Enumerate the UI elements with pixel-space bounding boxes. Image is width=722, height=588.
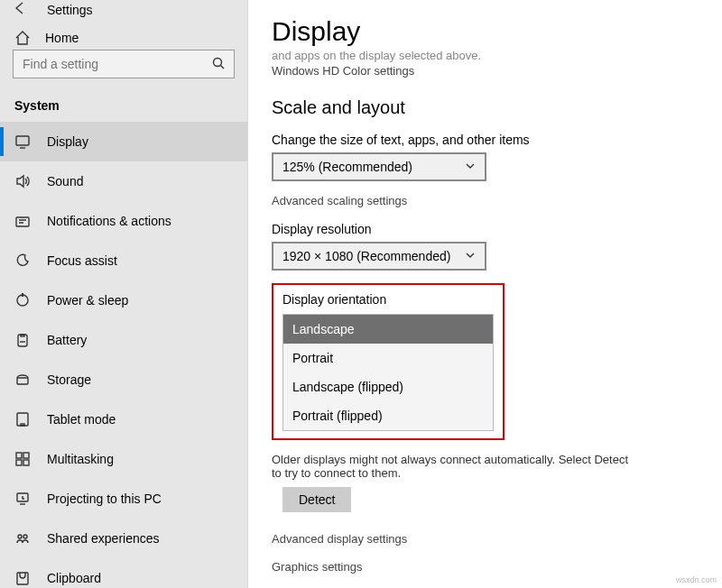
sidebar-item-label: Storage bbox=[47, 372, 91, 387]
resolution-field-label: Display resolution bbox=[272, 222, 699, 236]
graphics-settings-link[interactable]: Graphics settings bbox=[272, 560, 699, 574]
chevron-down-icon bbox=[465, 250, 476, 263]
home-nav[interactable]: Home bbox=[0, 30, 247, 46]
page-title: Display bbox=[272, 16, 699, 47]
home-label: Home bbox=[45, 31, 79, 45]
sidebar-item-label: Sound bbox=[47, 174, 83, 188]
storage-icon bbox=[14, 372, 31, 388]
orientation-option-portrait[interactable]: Portrait bbox=[283, 344, 493, 372]
svg-rect-8 bbox=[21, 424, 24, 426]
scale-section-title: Scale and layout bbox=[272, 97, 699, 118]
sidebar-item-tablet-mode[interactable]: Tablet mode bbox=[0, 400, 247, 439]
sidebar-item-label: Notifications & actions bbox=[47, 214, 171, 228]
titlebar-title: Settings bbox=[47, 3, 93, 17]
power-sleep-icon bbox=[14, 292, 31, 308]
sidebar-item-display[interactable]: Display bbox=[0, 122, 247, 161]
search-box[interactable] bbox=[13, 50, 235, 78]
sidebar: Settings Home System DisplaySoundNotific… bbox=[0, 0, 248, 588]
sidebar-section-header: System bbox=[0, 87, 247, 122]
sidebar-item-label: Multitasking bbox=[47, 452, 114, 466]
sidebar-item-storage[interactable]: Storage bbox=[0, 360, 247, 400]
multitasking-icon bbox=[14, 451, 31, 467]
back-button[interactable] bbox=[13, 0, 29, 19]
svg-rect-2 bbox=[16, 217, 29, 226]
battery-icon bbox=[14, 332, 31, 348]
focus-assist-icon bbox=[14, 253, 31, 269]
scale-dropdown[interactable]: 125% (Recommended) bbox=[272, 152, 486, 181]
sidebar-item-power-sleep[interactable]: Power & sleep bbox=[0, 280, 247, 320]
sidebar-item-label: Battery bbox=[47, 333, 87, 347]
svg-rect-11 bbox=[16, 460, 22, 465]
search-row bbox=[0, 46, 247, 87]
sidebar-item-label: Power & sleep bbox=[47, 293, 128, 308]
sidebar-item-label: Display bbox=[47, 134, 88, 149]
orientation-highlight-box: Display orientation LandscapePortraitLan… bbox=[272, 283, 504, 440]
resolution-dropdown[interactable]: 1920 × 1080 (Recommended) bbox=[272, 242, 486, 271]
scale-field-label: Change the size of text, apps, and other… bbox=[272, 133, 699, 147]
sidebar-item-sound[interactable]: Sound bbox=[0, 161, 247, 201]
watermark: wsxdn.com bbox=[676, 575, 717, 584]
svg-rect-10 bbox=[23, 453, 29, 458]
svg-rect-9 bbox=[16, 453, 22, 458]
svg-rect-6 bbox=[17, 378, 28, 384]
sidebar-item-label: Focus assist bbox=[47, 253, 117, 268]
sidebar-item-notifications-actions[interactable]: Notifications & actions bbox=[0, 201, 247, 241]
titlebar: Settings bbox=[0, 0, 247, 19]
display-icon bbox=[14, 133, 31, 150]
tablet-mode-icon bbox=[14, 411, 31, 427]
sidebar-item-multitasking[interactable]: Multitasking bbox=[0, 439, 247, 479]
svg-rect-1 bbox=[16, 136, 29, 145]
clipboard-icon bbox=[14, 570, 31, 586]
detect-description: Older displays might not always connect … bbox=[272, 453, 633, 480]
home-icon bbox=[14, 30, 31, 46]
advanced-scaling-link[interactable]: Advanced scaling settings bbox=[272, 194, 699, 207]
notifications-actions-icon bbox=[14, 213, 31, 229]
search-input[interactable] bbox=[23, 57, 205, 71]
sidebar-item-clipboard[interactable]: Clipboard bbox=[0, 558, 247, 588]
svg-point-14 bbox=[18, 535, 22, 538]
resolution-dropdown-value: 1920 × 1080 (Recommended) bbox=[282, 249, 450, 263]
sidebar-item-label: Clipboard bbox=[47, 571, 101, 585]
search-icon bbox=[212, 57, 225, 72]
sidebar-item-projecting-to-this-pc[interactable]: Projecting to this PC bbox=[0, 479, 247, 519]
sidebar-item-label: Shared experiences bbox=[47, 531, 160, 546]
hd-color-link[interactable]: Windows HD Color settings bbox=[272, 64, 699, 78]
orientation-option-portrait-flipped-[interactable]: Portrait (flipped) bbox=[283, 401, 493, 430]
sidebar-item-focus-assist[interactable]: Focus assist bbox=[0, 241, 247, 280]
shared-experiences-icon bbox=[14, 530, 31, 547]
sidebar-item-battery[interactable]: Battery bbox=[0, 320, 247, 360]
scale-dropdown-value: 125% (Recommended) bbox=[282, 160, 412, 174]
sound-icon bbox=[14, 173, 31, 189]
sidebar-nav-list: DisplaySoundNotifications & actionsFocus… bbox=[0, 122, 247, 588]
orientation-field-label: Display orientation bbox=[282, 292, 494, 307]
sidebar-item-shared-experiences[interactable]: Shared experiences bbox=[0, 519, 247, 558]
chevron-down-icon bbox=[465, 161, 476, 174]
main-content: Display and apps on the display selected… bbox=[248, 0, 722, 588]
orientation-option-landscape-flipped-[interactable]: Landscape (flipped) bbox=[283, 372, 493, 401]
svg-point-0 bbox=[214, 58, 222, 66]
svg-point-15 bbox=[23, 535, 27, 538]
sidebar-item-label: Projecting to this PC bbox=[47, 492, 162, 506]
advanced-display-link[interactable]: Advanced display settings bbox=[272, 532, 699, 546]
detect-button[interactable]: Detect bbox=[282, 487, 351, 512]
page-subtext: and apps on the display selected above. bbox=[272, 49, 699, 62]
projecting-to-this-pc-icon bbox=[14, 491, 31, 507]
orientation-option-landscape[interactable]: Landscape bbox=[283, 315, 493, 344]
orientation-dropdown-open[interactable]: LandscapePortraitLandscape (flipped)Port… bbox=[282, 314, 494, 431]
svg-rect-12 bbox=[23, 460, 29, 465]
svg-rect-5 bbox=[21, 335, 24, 336]
sidebar-item-label: Tablet mode bbox=[47, 412, 116, 427]
